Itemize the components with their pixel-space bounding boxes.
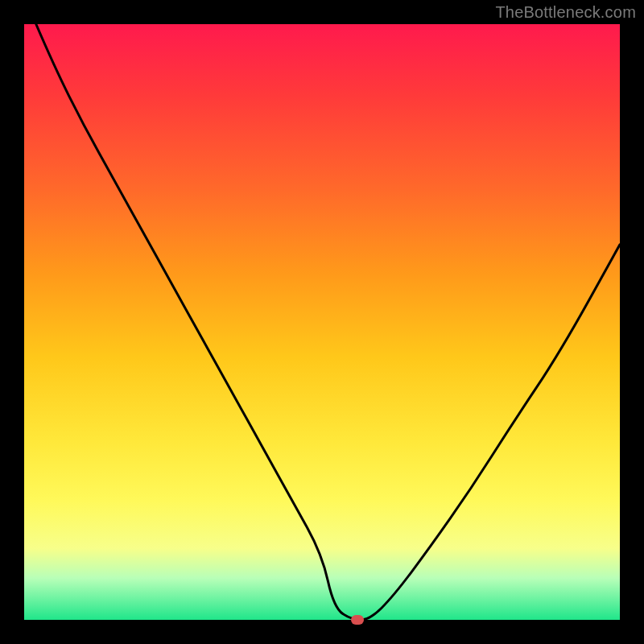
plot-area xyxy=(24,24,620,620)
watermark-text: TheBottleneck.com xyxy=(495,3,636,22)
chart-frame: TheBottleneck.com xyxy=(0,0,644,644)
bottleneck-curve xyxy=(24,24,620,620)
optimum-marker xyxy=(351,615,364,625)
